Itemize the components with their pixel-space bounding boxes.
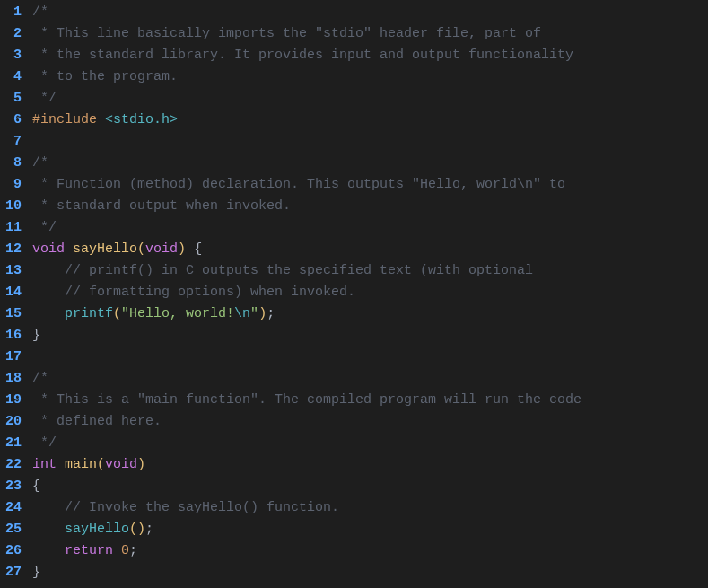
token-paren: ) — [137, 522, 145, 537]
code-line[interactable]: int main(void) — [32, 454, 708, 476]
code-line[interactable]: // formatting options) when invoked. — [32, 282, 708, 303]
token-number: 0 — [121, 543, 129, 558]
token-punct — [32, 263, 65, 278]
token-brace: } — [32, 565, 40, 580]
code-line[interactable]: printf("Hello, world!\n"); — [32, 303, 708, 325]
code-line[interactable]: * This line basically imports the "stdio… — [32, 23, 708, 45]
token-punct: ; — [267, 306, 275, 321]
token-funccall: printf — [65, 306, 113, 321]
token-comment: /* — [32, 4, 48, 20]
token-punct: ; — [145, 522, 153, 537]
line-number: 19 — [5, 390, 22, 411]
token-comment: */ — [32, 435, 57, 451]
token-comment: * This is a "main function". The compile… — [32, 392, 581, 408]
token-funcdecl: main — [65, 457, 97, 472]
token-type: void — [145, 241, 178, 257]
token-comment: // formatting options) when invoked. — [65, 285, 355, 300]
token-paren: ) — [137, 457, 145, 472]
token-comment: * This line basically imports the "stdio… — [32, 26, 541, 41]
token-comment: // printf() in C outputs the specified t… — [65, 263, 533, 278]
code-line[interactable]: // printf() in C outputs the specified t… — [32, 260, 708, 282]
token-paren: ( — [129, 522, 137, 537]
code-line[interactable]: /* — [32, 368, 708, 390]
line-number: 6 — [5, 110, 22, 131]
token-punct — [32, 500, 65, 515]
token-paren: ) — [258, 306, 267, 321]
code-line[interactable]: */ — [32, 217, 708, 239]
token-punct — [113, 543, 121, 558]
token-type: int — [32, 457, 57, 472]
code-line[interactable]: #include <stdio.h> — [32, 110, 708, 131]
token-comment: /* — [32, 371, 48, 386]
line-number: 17 — [5, 347, 22, 368]
token-punct — [65, 241, 73, 257]
code-line[interactable]: * to the program. — [32, 66, 708, 88]
token-keyword: return — [65, 543, 113, 558]
line-number: 13 — [5, 260, 22, 282]
token-punct — [32, 285, 65, 300]
line-number: 9 — [5, 174, 22, 196]
token-type: void — [32, 241, 65, 257]
line-number: 23 — [5, 476, 22, 497]
token-paren: ( — [137, 241, 145, 257]
token-paren: ) — [178, 241, 186, 257]
token-comment: * to the program. — [32, 69, 178, 84]
line-number: 20 — [5, 411, 22, 433]
token-punct: ; — [129, 543, 137, 558]
code-line[interactable]: } — [32, 325, 708, 347]
token-preproc: #include — [32, 112, 105, 127]
token-funccall: sayHello — [65, 522, 129, 537]
token-punct — [32, 522, 65, 537]
line-number: 8 — [5, 153, 22, 174]
token-anglefile: <stdio.h> — [105, 112, 178, 127]
line-number: 2 — [5, 23, 22, 45]
code-area[interactable]: /* * This line basically imports the "st… — [29, 0, 708, 588]
token-string: "Hello, world! — [121, 306, 234, 321]
line-number: 27 — [5, 562, 22, 584]
token-comment: */ — [32, 220, 57, 235]
code-line[interactable]: * This is a "main function". The compile… — [32, 390, 708, 411]
code-line[interactable]: sayHello(); — [32, 519, 708, 540]
code-line[interactable]: */ — [32, 433, 708, 454]
code-line[interactable] — [32, 347, 708, 368]
code-line[interactable]: /* — [32, 2, 708, 23]
code-line[interactable] — [32, 131, 708, 153]
token-brace: { — [194, 241, 202, 257]
token-punct — [57, 457, 65, 472]
token-type: void — [105, 457, 137, 472]
line-number: 4 — [5, 66, 22, 88]
line-number: 11 — [5, 217, 22, 239]
code-line[interactable]: // Invoke the sayHello() function. — [32, 497, 708, 519]
line-number: 14 — [5, 282, 22, 303]
token-brace: { — [32, 478, 40, 494]
line-number: 10 — [5, 196, 22, 217]
code-line[interactable]: void sayHello(void) { — [32, 239, 708, 260]
line-number: 5 — [5, 88, 22, 110]
token-comment: * standard output when invoked. — [32, 198, 291, 214]
line-number: 3 — [5, 45, 22, 66]
token-comment: /* — [32, 155, 48, 171]
code-line[interactable]: { — [32, 476, 708, 497]
line-number: 7 — [5, 131, 22, 153]
line-number-gutter: 1234567891011121314151617181920212223242… — [0, 0, 29, 588]
token-paren: ( — [113, 306, 121, 321]
line-number: 24 — [5, 497, 22, 519]
line-number: 22 — [5, 454, 22, 476]
line-number: 16 — [5, 325, 22, 347]
code-line[interactable]: * defined here. — [32, 411, 708, 433]
token-comment: * defined here. — [32, 414, 162, 429]
token-punct — [32, 306, 65, 321]
line-number: 15 — [5, 303, 22, 325]
code-line[interactable]: * the standard library. It provides inpu… — [32, 45, 708, 66]
token-funcdecl: sayHello — [73, 241, 137, 257]
code-line[interactable]: * Function (method) declaration. This ou… — [32, 174, 708, 196]
code-line[interactable]: /* — [32, 153, 708, 174]
code-line[interactable]: } — [32, 562, 708, 584]
code-line[interactable]: return 0; — [32, 540, 708, 562]
token-string: " — [250, 306, 258, 321]
code-line[interactable]: */ — [32, 88, 708, 110]
token-punct — [186, 241, 194, 257]
code-editor[interactable]: 1234567891011121314151617181920212223242… — [0, 0, 708, 588]
token-comment: // Invoke the sayHello() function. — [65, 500, 339, 515]
code-line[interactable]: * standard output when invoked. — [32, 196, 708, 217]
